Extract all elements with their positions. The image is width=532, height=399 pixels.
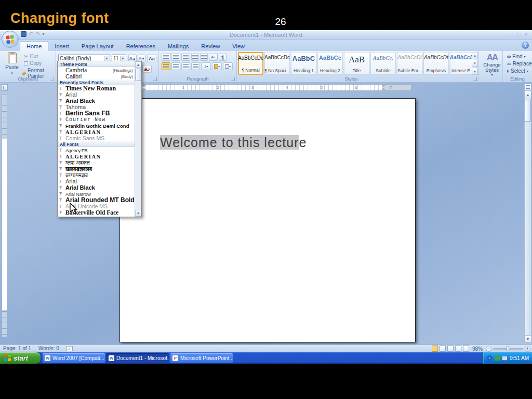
justify-button[interactable]: [191, 62, 200, 70]
styles-more-icon[interactable]: ▾: [472, 68, 478, 75]
font-item[interactable]: Calibri(Body): [58, 73, 135, 79]
tab-review[interactable]: Review: [195, 42, 226, 51]
font-item[interactable]: ŦArial Narrow: [58, 191, 135, 197]
font-item[interactable]: ŦCourier New: [58, 116, 135, 123]
tray-display-icon[interactable]: [502, 356, 508, 361]
style-chip-title[interactable]: AaBTitle: [344, 52, 369, 75]
font-color-button[interactable]: A ▾: [142, 65, 152, 73]
document-page[interactable]: Welcome to this lecture: [119, 98, 416, 342]
scrollbar-thumb[interactable]: [525, 100, 531, 122]
zoom-out-button[interactable]: −: [486, 346, 491, 352]
spellcheck-icon[interactable]: ✓: [66, 346, 73, 351]
decrease-indent-button[interactable]: [191, 53, 199, 61]
font-item[interactable]: ŦAgency FB: [58, 147, 135, 153]
horizontal-ruler[interactable]: 1234567: [125, 84, 411, 91]
style-chip-heading-2[interactable]: AaBbCcHeading 2: [317, 52, 343, 75]
font-item[interactable]: Ŧम्लपा अबकत: [58, 159, 135, 166]
help-button[interactable]: ?: [522, 42, 529, 49]
minimize-button[interactable]: –: [511, 31, 514, 37]
outline-view-button[interactable]: [455, 345, 461, 352]
taskbar-button-powerpoint[interactable]: PMicrosoft PowerPoint ...: [170, 353, 233, 363]
font-item[interactable]: ŦALGERIAN: [58, 129, 135, 135]
print-layout-view-button[interactable]: [432, 345, 438, 352]
vertical-scrollbar[interactable]: ▲ ▼: [524, 84, 531, 342]
left-indent-marker[interactable]: [142, 85, 146, 90]
taskbar-button-word[interactable]: WDocument1 - Microsof...: [107, 353, 169, 363]
draft-view-button[interactable]: [463, 345, 469, 352]
page-indicator[interactable]: Page: 1 of 1: [3, 345, 31, 351]
shading-button[interactable]: ▾: [212, 62, 222, 70]
office-button[interactable]: [2, 31, 19, 48]
borders-button[interactable]: ▾: [223, 62, 233, 70]
align-left-button[interactable]: [162, 62, 170, 70]
clipboard-dialog-launcher[interactable]: [50, 77, 54, 81]
show-hide-paragraph-button[interactable]: ¶: [219, 53, 227, 61]
font-item[interactable]: ŦFranklin Gothic Demi Cond: [58, 123, 135, 129]
font-item[interactable]: ŦArial Black: [58, 98, 135, 104]
tab-page-layout[interactable]: Page Layout: [75, 42, 120, 51]
close-button[interactable]: ×: [525, 31, 528, 37]
unselected-text[interactable]: e: [299, 135, 307, 150]
scroll-up-icon[interactable]: ▲: [525, 91, 531, 98]
tab-home[interactable]: Home: [20, 41, 48, 51]
start-button[interactable]: start: [0, 352, 41, 364]
word-count[interactable]: Words: 0: [38, 345, 59, 351]
numbering-button[interactable]: [171, 53, 180, 61]
align-right-button[interactable]: [181, 62, 190, 70]
zoom-slider-thumb[interactable]: [507, 347, 509, 351]
font-dialog-launcher[interactable]: [153, 77, 157, 81]
tray-antivirus-icon[interactable]: [495, 355, 500, 361]
styles-scroll-up-icon[interactable]: ▲: [472, 52, 478, 59]
style-chip-emphasis[interactable]: AaBbCcDtEmphasis: [423, 52, 449, 75]
dropdown-scroll-up-icon[interactable]: ▲: [135, 61, 141, 68]
tab-selector[interactable]: L: [1, 84, 8, 91]
font-item[interactable]: ŦBerlin Sans FB: [58, 110, 135, 116]
cut-button[interactable]: ✂ Cut: [24, 54, 38, 59]
web-layout-view-button[interactable]: [447, 345, 454, 352]
style-chip-subtle-em-[interactable]: AaBbCcDiSubtle Em...: [397, 52, 422, 75]
font-item[interactable]: ŦArial: [58, 91, 135, 98]
style-chip--no-spaci-[interactable]: AaBbCcDc¶ No Spaci...: [264, 52, 290, 75]
dropdown-scroll-down-icon[interactable]: ▼: [135, 210, 141, 217]
paragraph-dialog-launcher[interactable]: [231, 77, 235, 81]
paste-button[interactable]: Paste ▾: [3, 52, 21, 75]
document-text-line[interactable]: Welcome to this lecture: [160, 135, 307, 150]
font-item[interactable]: ŦArial Black: [58, 184, 135, 191]
font-item[interactable]: ŦALGERIAN: [58, 153, 135, 159]
font-item[interactable]: Ŧब्लग्चयमज्ञब: [58, 172, 135, 178]
restore-button[interactable]: □: [517, 31, 521, 37]
font-item[interactable]: ŦTimes New Roman: [58, 85, 135, 91]
clear-formatting-button[interactable]: Aa: [147, 55, 156, 62]
line-spacing-button[interactable]: ↕▾: [201, 62, 211, 70]
align-center-button[interactable]: [171, 62, 180, 70]
tab-view[interactable]: View: [226, 42, 251, 51]
zoom-in-button[interactable]: +: [525, 346, 530, 352]
taskbar-button-word[interactable]: WWord 2007 [Compati...: [43, 353, 105, 363]
find-button[interactable]: ∞ Find ▾: [507, 54, 526, 59]
font-item[interactable]: Ŧखलबडज्ञवलब: [58, 166, 135, 172]
right-indent-marker[interactable]: [382, 85, 385, 90]
font-item[interactable]: ŦArial: [58, 178, 135, 184]
sort-button[interactable]: A↓: [209, 53, 218, 61]
scroll-down-icon[interactable]: ▼: [525, 335, 531, 342]
tab-mailings[interactable]: Mailings: [162, 42, 195, 51]
style-chip-subtitle[interactable]: AaBbCc.Subtitle: [370, 52, 396, 75]
styles-scroll-down-icon[interactable]: ▼: [472, 60, 478, 67]
zoom-level[interactable]: 98%: [472, 346, 483, 352]
font-item[interactable]: ŦComic Sans MS: [58, 135, 135, 141]
replace-button[interactable]: ab Replace: [507, 61, 532, 66]
bullets-button[interactable]: [162, 53, 170, 61]
vertical-ruler[interactable]: [2, 94, 7, 337]
selected-text[interactable]: Welcome to this lectur: [160, 135, 299, 150]
ruler-toggle-button[interactable]: [525, 84, 531, 91]
tab-insert[interactable]: Insert: [48, 42, 75, 51]
font-item[interactable]: ŦTahoma: [58, 104, 135, 110]
increase-indent-button[interactable]: [200, 53, 208, 61]
styles-dialog-launcher[interactable]: [473, 77, 477, 81]
tray-hide-icons-icon[interactable]: ‹: [487, 355, 493, 361]
font-dropdown-scrollbar[interactable]: ▲ ▼: [135, 61, 141, 217]
zoom-slider[interactable]: [493, 348, 523, 350]
select-button[interactable]: Select ▾: [507, 68, 528, 74]
change-styles-button[interactable]: AA Change Styles ▾: [481, 53, 503, 76]
style-chip-heading-1[interactable]: AaBbCHeading 1: [291, 52, 316, 75]
